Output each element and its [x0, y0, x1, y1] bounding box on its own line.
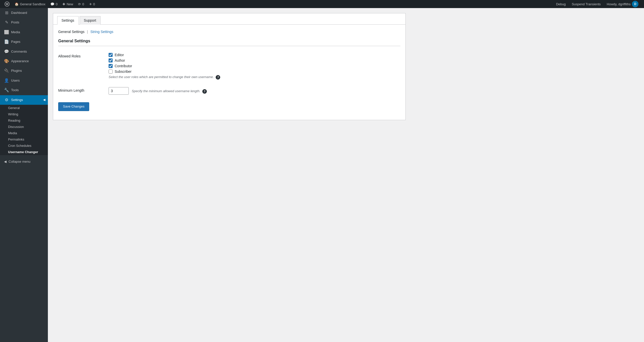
breadcrumb-separator: | — [87, 30, 88, 34]
allowed-roles-label: Allowed Roles — [58, 49, 109, 83]
roles-description: Select the user roles which are permitte… — [109, 75, 400, 80]
role-editor-row: Editor — [109, 53, 400, 57]
settings-submenu: General Writing Reading Discussion Media… — [0, 105, 48, 155]
wp-logo[interactable]: W — [3, 0, 11, 8]
role-author-label: Author — [115, 58, 125, 62]
updates-count: 0 — [82, 2, 84, 6]
content-wrap: ⊞ Dashboard ✎ Posts ⬜ Media 📄 Pages 💬 Co… — [0, 8, 644, 342]
avatar: D — [632, 1, 638, 7]
debug-label: Debug — [556, 2, 566, 6]
plugins-icon: 🔌 — [4, 68, 9, 74]
min-length-description: Specify the minimum allowed username len… — [132, 89, 207, 93]
collapse-label: Collapse menu — [9, 160, 30, 163]
suspend-transients-item[interactable]: Suspend Transients — [569, 0, 603, 8]
debug-item[interactable]: Debug — [554, 0, 568, 8]
comments-count: 0 — [56, 2, 57, 6]
role-editor-checkbox[interactable] — [109, 53, 113, 57]
submenu-item-media[interactable]: Media — [0, 130, 48, 136]
collapse-menu-button[interactable]: ◀ Collapse menu — [0, 158, 48, 165]
sidebar-label-comments: Comments — [11, 49, 27, 54]
sidebar-item-settings[interactable]: ⚙ Settings ◀ — [0, 95, 48, 105]
submenu-item-permalinks[interactable]: Permalinks — [0, 136, 48, 143]
submenu-item-general[interactable]: General — [0, 105, 48, 111]
updates-icon: ⟳ — [78, 2, 81, 6]
site-name-item[interactable]: 🏠 General Sandbox — [12, 0, 48, 8]
role-contributor-label: Contributor — [115, 64, 132, 68]
settings-form: Allowed Roles Editor Author — [58, 49, 400, 98]
submenu-item-reading[interactable]: Reading — [0, 117, 48, 124]
sidebar-label-pages: Pages — [11, 40, 20, 44]
house-icon: 🏠 — [15, 2, 19, 6]
submit-row: Save Changes — [58, 98, 400, 115]
min-length-input[interactable] — [109, 87, 129, 95]
new-item[interactable]: ✚ New — [60, 0, 76, 8]
posts-icon: ✎ — [4, 20, 9, 25]
admin-bar: W 🏠 General Sandbox 💬 0 ✚ New ⟳ 0 ✈ 0 De… — [0, 0, 644, 8]
sidebar-label-settings: Settings — [11, 98, 23, 102]
sidebar-item-dashboard[interactable]: ⊞ Dashboard — [0, 8, 48, 18]
save-changes-button[interactable]: Save Changes — [58, 102, 89, 111]
howdy-item[interactable]: Howdy, dgriffiths D — [604, 0, 641, 8]
allowed-roles-row: Allowed Roles Editor Author — [58, 49, 400, 83]
activity-item[interactable]: ✈ 0 — [87, 0, 98, 8]
sidebar-item-tools[interactable]: 🔧 Tools — [0, 85, 48, 95]
submenu-item-username-changer[interactable]: Username Changer — [0, 149, 48, 155]
tab-settings-label: Settings — [61, 18, 74, 22]
sidebar-item-pages[interactable]: 📄 Pages — [0, 37, 48, 47]
submenu-item-cron[interactable]: Cron Schedules — [0, 143, 48, 149]
sidebar-label-dashboard: Dashboard — [11, 11, 27, 15]
submenu-item-writing[interactable]: Writing — [0, 111, 48, 117]
sidebar-item-users[interactable]: 👤 Users — [0, 76, 48, 85]
site-name: General Sandbox — [20, 2, 45, 6]
min-length-help-icon[interactable]: ? — [202, 89, 207, 94]
settings-arrow-icon: ◀ — [43, 98, 45, 102]
users-icon: 👤 — [4, 78, 9, 83]
roles-help-icon[interactable]: ? — [216, 75, 220, 80]
sidebar-item-media[interactable]: ⬜ Media — [0, 27, 48, 37]
allowed-roles-field: Editor Author Contributor — [109, 49, 400, 83]
activity-count: 0 — [93, 2, 95, 6]
adminbar-right: Debug Suspend Transients Howdy, dgriffit… — [554, 0, 641, 8]
role-contributor-checkbox[interactable] — [109, 64, 113, 68]
role-subscriber-label: Subscriber — [115, 70, 132, 74]
tab-settings[interactable]: Settings — [57, 16, 79, 25]
settings-content: General Settings | String Settings Gener… — [53, 25, 405, 120]
breadcrumb-string-label: String Settings — [90, 30, 113, 34]
settings-icon: ⚙ — [4, 97, 9, 103]
tab-bar: Settings Support — [53, 13, 405, 25]
role-contributor-row: Contributor — [109, 64, 400, 68]
suspend-transients-label: Suspend Transients — [572, 2, 601, 6]
svg-text:W: W — [6, 3, 9, 6]
comments-sidebar-icon: 💬 — [4, 49, 9, 54]
sidebar-item-posts[interactable]: ✎ Posts — [0, 18, 48, 27]
tools-icon: 🔧 — [4, 87, 9, 93]
min-length-row: Minimum Length Specify the minimum allow… — [58, 83, 400, 98]
min-length-label: Minimum Length — [58, 83, 109, 98]
pages-icon: 📄 — [4, 39, 9, 45]
role-subscriber-checkbox[interactable] — [109, 70, 113, 74]
main-content: Settings Support General Settings | Stri… — [48, 8, 644, 342]
sidebar-item-plugins[interactable]: 🔌 Plugins — [0, 66, 48, 76]
updates-item[interactable]: ⟳ 0 — [76, 0, 86, 8]
sidebar-label-appearance: Appearance — [11, 59, 29, 63]
settings-wrap: Settings Support General Settings | Stri… — [53, 13, 406, 120]
appearance-icon: 🎨 — [4, 58, 9, 64]
comments-item[interactable]: 💬 0 — [48, 0, 60, 8]
collapse-icon: ◀ — [4, 160, 7, 163]
sidebar-item-comments[interactable]: 💬 Comments — [0, 47, 48, 56]
avatar-initials: D — [634, 2, 636, 6]
submenu-item-discussion[interactable]: Discussion — [0, 124, 48, 130]
sidebar-item-appearance[interactable]: 🎨 Appearance — [0, 56, 48, 66]
new-label: New — [67, 2, 73, 6]
sidebar-label-posts: Posts — [11, 20, 19, 25]
media-icon: ⬜ — [4, 29, 9, 35]
min-length-field: Specify the minimum allowed username len… — [109, 83, 400, 98]
dashboard-icon: ⊞ — [4, 10, 9, 16]
activity-icon: ✈ — [89, 2, 92, 6]
role-author-checkbox[interactable] — [109, 58, 113, 62]
sidebar-label-media: Media — [11, 30, 20, 35]
breadcrumb-string-link[interactable]: String Settings — [90, 30, 113, 34]
breadcrumb: General Settings | String Settings — [58, 30, 400, 34]
tab-support[interactable]: Support — [80, 16, 101, 25]
sidebar: ⊞ Dashboard ✎ Posts ⬜ Media 📄 Pages 💬 Co… — [0, 8, 48, 342]
